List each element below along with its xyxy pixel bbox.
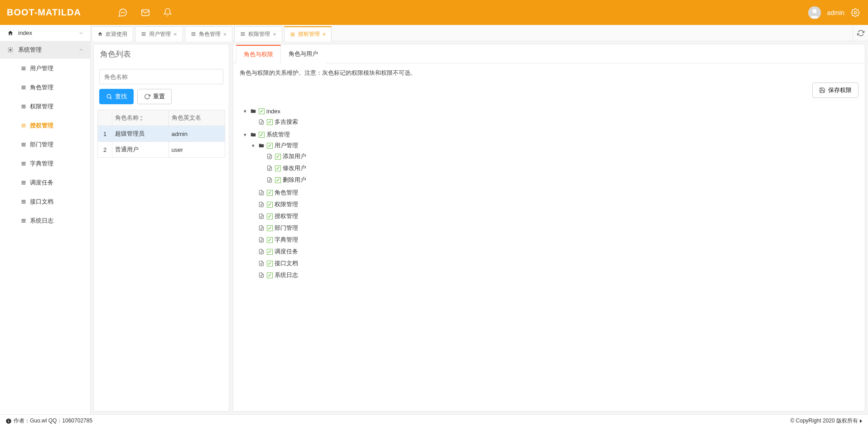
refresh-button[interactable]: [853, 25, 868, 41]
checkbox[interactable]: [259, 108, 265, 114]
search-button[interactable]: 查找: [99, 89, 134, 104]
folder-icon: [258, 142, 265, 149]
checkbox[interactable]: [267, 119, 273, 125]
tree-node[interactable]: 系统日志: [251, 270, 858, 280]
checkbox[interactable]: [267, 202, 273, 208]
sidebar-item-index[interactable]: index: [0, 25, 90, 41]
chevron-down-icon: [78, 30, 84, 36]
cell-idx: 1: [98, 126, 112, 142]
bell-icon[interactable]: [163, 8, 172, 18]
checkbox[interactable]: [267, 249, 273, 255]
svg-point-5: [812, 9, 816, 13]
sidebar-item-6[interactable]: 调度任务: [0, 173, 90, 192]
sidebar-item-8[interactable]: 系统日志: [0, 211, 90, 230]
tree-node[interactable]: ▾用户管理: [251, 141, 858, 150]
sidebar-item-5[interactable]: 字典管理: [0, 154, 90, 173]
tree-label: 系统管理: [266, 131, 290, 139]
sidebar-item-label: 角色管理: [30, 83, 53, 92]
role-name-input[interactable]: [99, 69, 223, 84]
caret-right-icon[interactable]: [859, 419, 863, 423]
menu-icon: [21, 199, 26, 204]
sidebar-item-3[interactable]: 授权管理: [0, 116, 90, 135]
menu-icon: [21, 66, 26, 71]
svg-point-2: [124, 12, 125, 13]
tree-label: 字典管理: [275, 236, 298, 244]
info-icon: [5, 418, 12, 424]
tab-4[interactable]: 授权管理×: [284, 26, 332, 41]
tree-node[interactable]: 修改用户: [259, 163, 858, 173]
button-label: 查找: [115, 92, 127, 101]
tree-node[interactable]: 字典管理: [251, 235, 858, 245]
tree-node[interactable]: 角色管理: [251, 188, 858, 198]
close-icon[interactable]: ×: [323, 31, 326, 37]
checkbox[interactable]: [267, 143, 273, 149]
footer-right: © CopyRight 2020 版权所有: [790, 417, 858, 425]
sidebar-item-label: 部门管理: [30, 141, 53, 149]
button-label: 重置: [153, 92, 165, 101]
checkbox[interactable]: [267, 237, 273, 243]
sidebar-item-2[interactable]: 权限管理: [0, 97, 90, 116]
header: BOOT-MATILDA admin: [0, 0, 868, 25]
sidebar-item-label: 权限管理: [30, 102, 53, 111]
reset-button[interactable]: 重置: [137, 89, 172, 104]
tab-0[interactable]: 欢迎使用: [92, 26, 133, 41]
checkbox[interactable]: [267, 272, 273, 278]
home-icon: [6, 30, 14, 36]
gear-icon[interactable]: [851, 8, 860, 17]
sidebar-item-1[interactable]: 角色管理: [0, 78, 90, 97]
tree-label: 接口文档: [275, 259, 298, 267]
sidebar-item-4[interactable]: 部门管理: [0, 135, 90, 154]
sidebar-item-7[interactable]: 接口文档: [0, 192, 90, 211]
table-row[interactable]: 2普通用户user: [98, 142, 225, 158]
collapse-icon[interactable]: ▾: [242, 108, 248, 114]
close-icon[interactable]: ×: [273, 31, 276, 37]
avatar[interactable]: [808, 6, 821, 19]
tree-node[interactable]: ▾系统管理: [242, 130, 858, 140]
tab-1[interactable]: 用户管理×: [135, 26, 183, 41]
svg-point-7: [10, 49, 11, 51]
tree-node[interactable]: 多吉搜索: [251, 117, 858, 127]
checkbox[interactable]: [259, 132, 265, 138]
subtab-role-permission[interactable]: 角色与权限: [236, 45, 281, 63]
username[interactable]: admin: [827, 9, 844, 16]
checkbox[interactable]: [267, 261, 273, 267]
mail-icon[interactable]: [140, 8, 150, 18]
tab-3[interactable]: 权限管理×: [234, 26, 282, 41]
sidebar-item-system[interactable]: 系统管理: [0, 41, 90, 59]
save-icon: [819, 87, 825, 93]
save-permission-button[interactable]: 保存权限: [812, 82, 858, 98]
tree-node[interactable]: 调度任务: [251, 247, 858, 257]
tree-node[interactable]: ▾index: [242, 106, 858, 116]
tree-node[interactable]: 授权管理: [251, 211, 858, 221]
menu-icon: [141, 31, 146, 37]
tab-label: 授权管理: [298, 30, 320, 38]
collapse-icon[interactable]: ▾: [242, 132, 248, 138]
tab-2[interactable]: 角色管理×: [185, 26, 233, 41]
tree-node[interactable]: 删除用户: [259, 175, 858, 185]
tree-node[interactable]: 添加用户: [259, 151, 858, 161]
chat-icon[interactable]: [118, 8, 128, 18]
subtab-role-user[interactable]: 角色与用户: [281, 45, 326, 63]
table-row[interactable]: 1超级管理员admin: [98, 126, 225, 142]
checkbox[interactable]: [275, 165, 281, 171]
checkbox[interactable]: [275, 177, 281, 183]
tree-node[interactable]: 权限管理: [251, 199, 858, 209]
checkbox[interactable]: [275, 154, 281, 160]
checkbox[interactable]: [267, 214, 273, 219]
col-idx[interactable]: [98, 110, 112, 126]
tree-label: 系统日志: [275, 271, 298, 279]
col-en[interactable]: 角色英文名: [169, 110, 225, 126]
close-icon[interactable]: ×: [174, 31, 177, 37]
checkbox[interactable]: [267, 225, 273, 231]
permission-tree: ▾index多吉搜索▾系统管理▾用户管理添加用户修改用户删除用户角色管理权限管理…: [233, 102, 865, 288]
close-icon[interactable]: ×: [223, 31, 227, 37]
tree-node[interactable]: 接口文档: [251, 258, 858, 268]
checkbox[interactable]: [267, 190, 273, 196]
file-icon: [258, 225, 265, 231]
col-name[interactable]: 角色名称: [112, 110, 169, 126]
file-icon: [258, 237, 265, 243]
tree-node[interactable]: 部门管理: [251, 223, 858, 233]
collapse-icon[interactable]: ▾: [251, 143, 256, 149]
sidebar-item-0[interactable]: 用户管理: [0, 59, 90, 78]
brand: BOOT-MATILDA: [0, 7, 91, 18]
